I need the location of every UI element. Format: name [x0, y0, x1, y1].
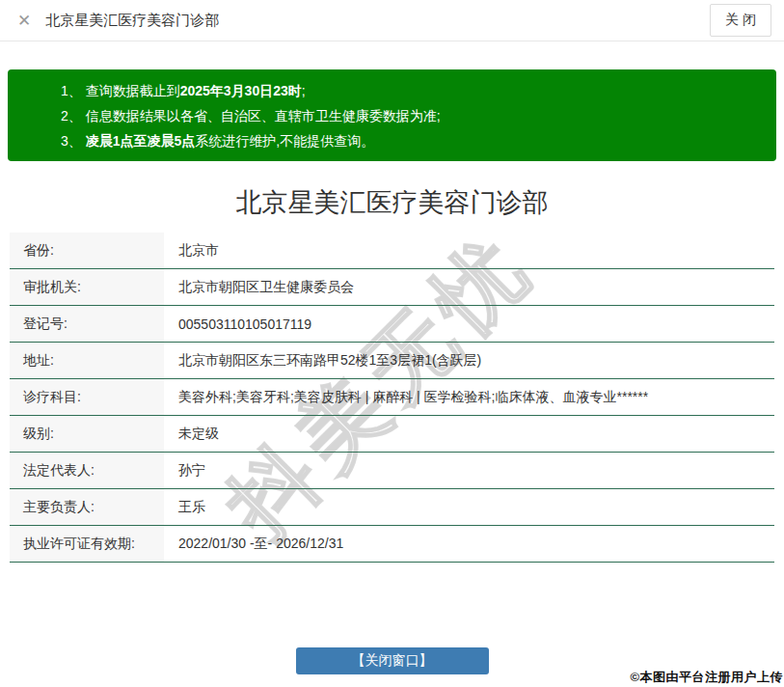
notice-line-3-bold: 凌晨1点至凌晨5点 — [86, 133, 196, 149]
table-row-registration-number: 登记号: 005503110105017119 — [10, 306, 774, 343]
window-title: 北京星美汇医疗美容门诊部 — [45, 12, 219, 30]
close-icon[interactable]: ✕ — [17, 13, 31, 29]
row-label: 省份: — [10, 233, 164, 268]
row-value: 005503110105017119 — [164, 306, 774, 342]
table-row-approval-authority: 审批机关: 北京市朝阳区卫生健康委员会 — [10, 269, 774, 306]
row-label: 审批机关: — [10, 269, 164, 305]
row-value: 孙宁 — [164, 453, 774, 488]
row-value: 北京市 — [164, 233, 774, 268]
row-value: 北京市朝阳区卫生健康委员会 — [164, 269, 774, 305]
row-label: 法定代表人: — [10, 453, 164, 488]
table-row-address: 地址: 北京市朝阳区东三环南路甲52楼1至3层裙1(含跃层) — [10, 343, 774, 379]
info-table: 省份: 北京市 审批机关: 北京市朝阳区卫生健康委员会 登记号: 0055031… — [10, 233, 774, 563]
table-row-province: 省份: 北京市 — [10, 233, 774, 269]
notice-line-3-text: 3、 — [61, 133, 86, 149]
notice-line-2-text: 2、 信息数据结果以各省、自治区、直辖市卫生健康委数据为准; — [61, 108, 441, 124]
notice-line-3-tail: 系统进行维护,不能提供查询。 — [195, 133, 374, 149]
notice-line-1-bold: 2025年3月30日23时 — [180, 83, 302, 98]
table-row-principal: 主要负责人: 王乐 — [10, 489, 774, 526]
row-label: 登记号: — [10, 306, 164, 342]
close-button[interactable]: 关 闭 — [710, 4, 771, 37]
notice-line-1: 1、 查询数据截止到2025年3月30日23时; — [61, 78, 757, 103]
row-label: 诊疗科目: — [10, 379, 164, 415]
copyright-notice: ©本图由平台注册用户上传 — [630, 669, 783, 686]
notice-line-2: 2、 信息数据结果以各省、自治区、直辖市卫生健康委数据为准; — [61, 103, 757, 128]
row-label: 执业许可证有效期: — [10, 526, 164, 562]
page-title: 北京星美汇医疗美容门诊部 — [0, 185, 784, 220]
row-value: 王乐 — [164, 489, 774, 525]
table-row-license-validity: 执业许可证有效期: 2022/01/30 -至- 2026/12/31 — [10, 526, 774, 563]
row-value: 美容外科;美容牙科;美容皮肤科 | 麻醉科 | 医学检验科;临床体液、血液专业*… — [164, 379, 774, 415]
notice-line-1-text: 1、 查询数据截止到 — [61, 83, 180, 98]
notice-line-3: 3、 凌晨1点至凌晨5点系统进行维护,不能提供查询。 — [61, 128, 757, 153]
row-value: 未定级 — [164, 416, 774, 452]
notice-banner: 1、 查询数据截止到2025年3月30日23时; 2、 信息数据结果以各省、自治… — [8, 69, 776, 161]
row-label: 级别: — [10, 416, 164, 452]
table-row-medical-subjects: 诊疗科目: 美容外科;美容牙科;美容皮肤科 | 麻醉科 | 医学检验科;临床体液… — [10, 379, 774, 416]
row-label: 地址: — [10, 343, 164, 378]
table-row-level: 级别: 未定级 — [10, 416, 774, 453]
row-value: 2022/01/30 -至- 2026/12/31 — [164, 526, 774, 562]
notice-line-1-tail: ; — [302, 83, 306, 98]
row-value: 北京市朝阳区东三环南路甲52楼1至3层裙1(含跃层) — [164, 343, 774, 378]
table-row-legal-representative: 法定代表人: 孙宁 — [10, 453, 774, 489]
row-label: 主要负责人: — [10, 489, 164, 525]
close-window-button[interactable]: 【关闭窗口】 — [296, 647, 489, 674]
top-bar: ✕ 北京星美汇医疗美容门诊部 关 闭 — [0, 0, 784, 41]
